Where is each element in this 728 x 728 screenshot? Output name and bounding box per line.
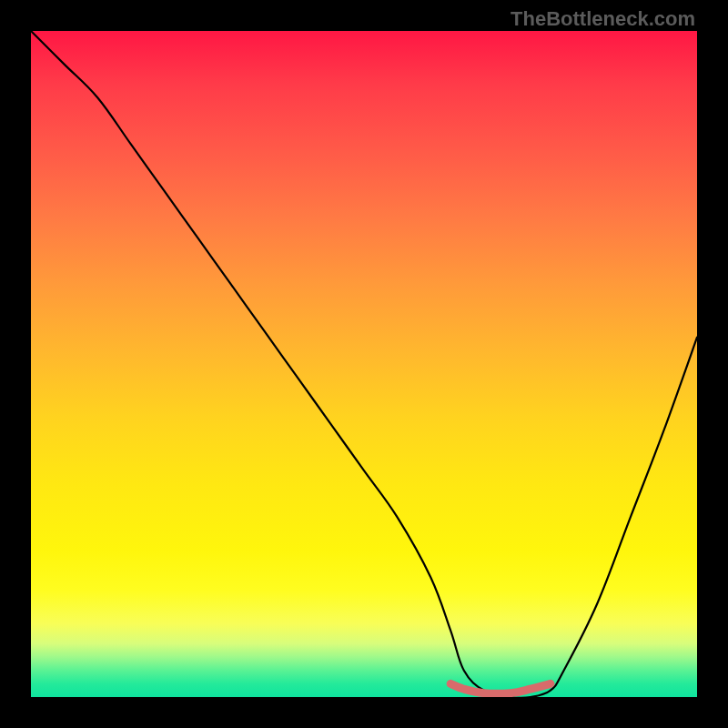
bottleneck-curve-path xyxy=(31,31,697,697)
watermark-text: TheBottleneck.com xyxy=(511,7,695,31)
valley-marker-path xyxy=(450,683,551,693)
curve-layer xyxy=(31,31,697,697)
plot-area xyxy=(31,31,697,697)
